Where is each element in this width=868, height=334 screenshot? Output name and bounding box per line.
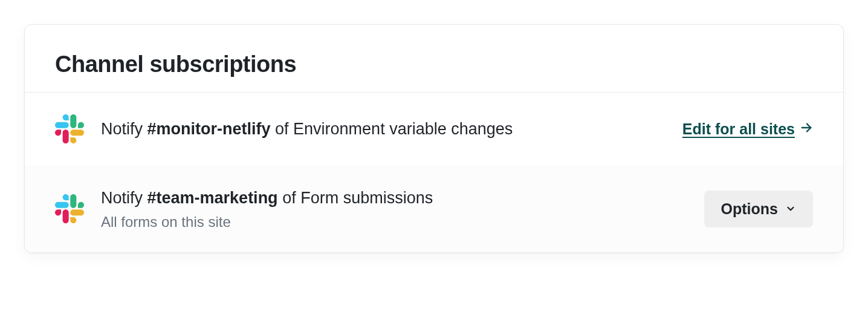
options-button[interactable]: Options bbox=[704, 191, 813, 228]
subscription-row: Notify #team-marketing of Form submissio… bbox=[25, 165, 843, 252]
subscription-subtitle: All forms on this site bbox=[101, 214, 687, 231]
edit-for-all-sites-link[interactable]: Edit for all sites bbox=[682, 120, 813, 138]
notify-suffix: of Form submissions bbox=[278, 189, 433, 207]
subscription-row: Notify #monitor-netlify of Environment v… bbox=[25, 93, 843, 165]
notify-prefix: Notify bbox=[101, 120, 147, 138]
options-label: Options bbox=[721, 200, 778, 218]
edit-link-label: Edit for all sites bbox=[682, 120, 795, 138]
subscription-title: Notify #monitor-netlify of Environment v… bbox=[101, 118, 666, 140]
channel-name: #monitor-netlify bbox=[147, 120, 271, 138]
channel-name: #team-marketing bbox=[147, 189, 278, 207]
subscription-title: Notify #team-marketing of Form submissio… bbox=[101, 187, 687, 209]
notify-prefix: Notify bbox=[101, 189, 147, 207]
subscription-action: Edit for all sites bbox=[682, 120, 813, 138]
subscription-action: Options bbox=[704, 191, 813, 228]
slack-icon bbox=[55, 194, 84, 223]
arrow-right-icon bbox=[800, 120, 813, 138]
slack-icon bbox=[55, 114, 84, 143]
chevron-down-icon bbox=[785, 203, 796, 214]
notify-suffix: of Environment variable changes bbox=[271, 120, 513, 138]
channel-subscriptions-card: Channel subscriptions Notify #monitor-ne… bbox=[24, 24, 844, 253]
card-title: Channel subscriptions bbox=[55, 51, 813, 77]
card-header: Channel subscriptions bbox=[25, 25, 843, 93]
subscription-main: Notify #team-marketing of Form submissio… bbox=[101, 187, 687, 231]
subscription-main: Notify #monitor-netlify of Environment v… bbox=[101, 118, 666, 140]
